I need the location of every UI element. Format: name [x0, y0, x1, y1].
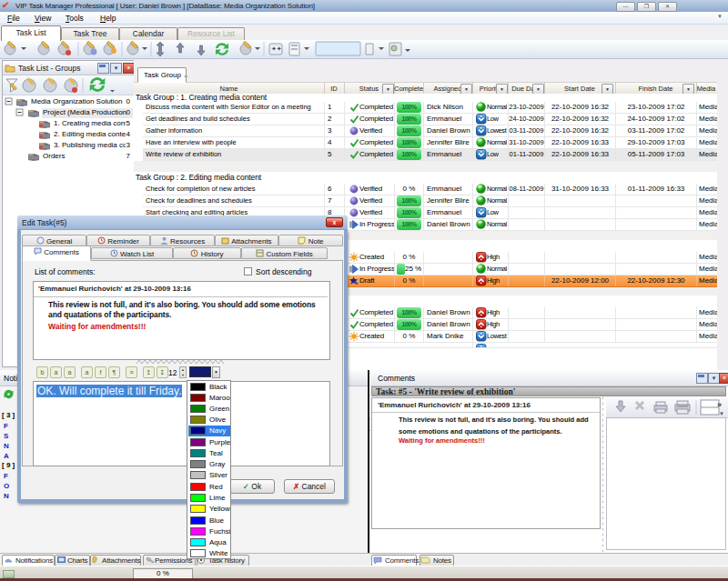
svg-text:✦✦: ✦✦	[271, 45, 282, 52]
